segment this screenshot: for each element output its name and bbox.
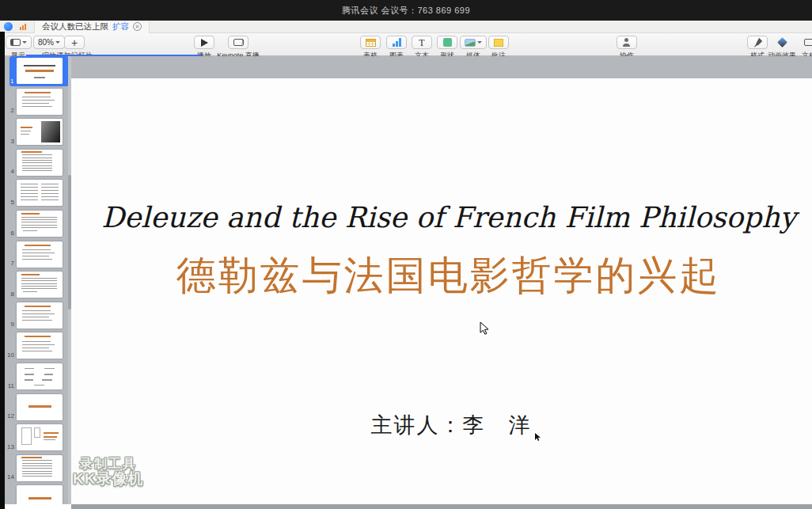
slide-thumbnail-10[interactable]: 10 (5, 331, 71, 362)
slide-thumb-preview[interactable] (17, 455, 63, 481)
meeting-capacity-tab[interactable]: 会议人数已达上限 扩容 ✕ (34, 21, 150, 33)
watermark-line2: KK录像机 (73, 471, 143, 488)
slide-navigator: 123456789101112131415 (5, 56, 71, 504)
slide-number: 8 (6, 291, 14, 298)
collaborate-person-icon (622, 38, 632, 47)
slide-number: 2 (6, 107, 14, 114)
slide-thumbnail-1[interactable]: 1 (5, 56, 71, 87)
live-display-icon (233, 39, 244, 46)
slide-number: 7 (6, 260, 14, 267)
secondary-cursor (533, 432, 541, 442)
slide-number: 6 (6, 230, 14, 237)
slide-thumb-preview[interactable] (17, 119, 63, 145)
slide-thumb-preview[interactable] (17, 58, 63, 84)
keynote-toolbar: 显示 80% 缩放 + 添加幻灯片 播放 Keynote 直播 表格 图表 T (0, 33, 812, 56)
canvas-bottom-margin (71, 504, 812, 509)
shape-icon (443, 38, 452, 47)
slide-thumb-preview[interactable] (17, 424, 63, 450)
zoom-value: 80% (38, 38, 54, 47)
slide-thumbnail-7[interactable]: 7 (5, 240, 71, 271)
slide-thumbnail-11[interactable]: 11 (5, 362, 71, 393)
meeting-title: 腾讯会议 会议号：763 869 699 (342, 6, 470, 15)
slide-title-chinese[interactable]: 德勒兹与法国电影哲学的兴起 (71, 249, 812, 302)
slide-thumb-preview[interactable] (17, 302, 63, 329)
slide-thumbnail-15[interactable]: 15 (5, 484, 71, 504)
slide-thumb-preview[interactable] (17, 89, 63, 115)
slide-number: 5 (6, 199, 14, 206)
slide-thumbnail-9[interactable]: 9 (5, 301, 71, 332)
comment-note-icon (494, 39, 503, 47)
tab-label: 会议人数已达上限 (42, 21, 108, 32)
slide-number: 13 (6, 443, 14, 450)
slide-number: 10 (6, 351, 14, 359)
slide-number: 11 (6, 382, 14, 389)
expand-capacity-link[interactable]: 扩容 (112, 21, 129, 32)
slide-thumb-preview[interactable] (17, 180, 63, 206)
slide-canvas: Deleuze and the Rise of French Film Phil… (71, 56, 812, 509)
slide-number: 1 (10, 78, 19, 85)
slide-thumbnail-list: 123456789101112131415 (5, 56, 71, 504)
document-icon (804, 39, 812, 46)
slide-thumb-preview[interactable] (17, 241, 63, 268)
slide-thumb-preview[interactable] (17, 272, 63, 298)
bar-chart-icon (393, 38, 401, 47)
slide-thumb-preview[interactable] (17, 363, 63, 389)
slide-number: 14 (6, 473, 14, 481)
table-icon (366, 39, 376, 47)
slide-thumbnail-6[interactable]: 6 (5, 209, 71, 240)
screen: 腾讯会议 会议号：763 869 699 会议人数已达上限 扩容 ✕ 显示 80… (0, 0, 812, 509)
slide-number: 3 (6, 138, 14, 145)
chevron-down-icon (477, 41, 482, 44)
slide-thumb-preview[interactable] (17, 394, 63, 420)
slide-thumb-preview[interactable] (17, 150, 63, 176)
slide-title-english[interactable]: Deleuze and the Rise of French Film Phil… (71, 201, 812, 234)
slide-thumbnail-12[interactable]: 12 (5, 393, 71, 424)
text-icon: T (419, 38, 424, 47)
tab-strip: 会议人数已达上限 扩容 ✕ (0, 21, 812, 33)
paintbrush-icon (753, 37, 763, 47)
close-icon[interactable]: ✕ (133, 22, 142, 31)
current-slide[interactable]: Deleuze and the Rise of French Film Phil… (71, 78, 812, 504)
app-icon[interactable] (4, 22, 13, 31)
slide-thumb-preview[interactable] (17, 485, 63, 504)
panel-icon (10, 39, 21, 46)
meeting-title-bar: 腾讯会议 会议号：763 869 699 (0, 0, 812, 21)
slide-speaker-line[interactable]: 主讲人：李 洋 (71, 411, 812, 439)
recorder-watermark: 录制工具 KK录像机 (73, 457, 143, 487)
animate-diamond-icon (777, 37, 787, 47)
slide-number: 12 (6, 412, 14, 420)
chevron-down-icon (22, 41, 27, 44)
media-icon (465, 39, 476, 47)
window-edge (0, 32, 5, 509)
play-icon (201, 39, 208, 47)
slide-thumbnail-13[interactable]: 13 (5, 423, 71, 454)
slide-thumbnail-14[interactable]: 14 (5, 454, 71, 484)
signal-bars-icon[interactable] (20, 24, 26, 30)
slide-thumbnail-3[interactable]: 3 (5, 117, 71, 148)
slide-thumb-preview[interactable] (17, 332, 63, 359)
canvas-top-margin (71, 56, 812, 78)
slide-thumbnail-5[interactable]: 5 (5, 178, 71, 209)
progress-line (26, 55, 202, 56)
plus-icon: + (71, 37, 78, 48)
slide-number: 4 (6, 168, 14, 175)
slide-thumbnail-8[interactable]: 8 (5, 270, 71, 301)
watermark-line1: 录制工具 (73, 457, 143, 471)
slide-number: 9 (6, 321, 14, 328)
slide-thumb-preview[interactable] (17, 211, 63, 237)
slide-thumbnail-2[interactable]: 2 (5, 87, 71, 118)
mouse-cursor (478, 321, 491, 336)
slide-thumbnail-4[interactable]: 4 (5, 148, 71, 179)
